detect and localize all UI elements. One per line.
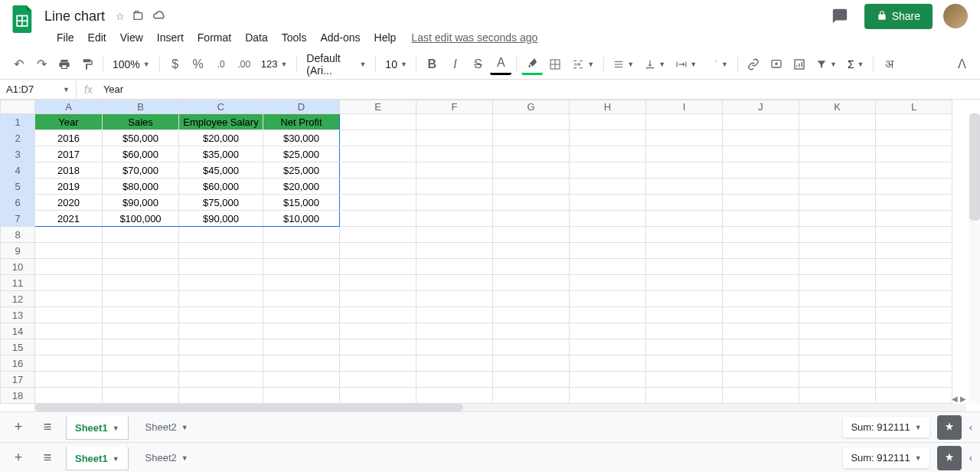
table-cell[interactable]: $25,000: [263, 146, 340, 162]
row-header-10[interactable]: 10: [1, 259, 35, 275]
filter-button[interactable]: ▼: [812, 56, 841, 73]
cell[interactable]: [179, 323, 263, 339]
cell[interactable]: [723, 146, 799, 162]
cell[interactable]: [570, 388, 646, 404]
cell[interactable]: [876, 339, 952, 355]
last-edit-link[interactable]: Last edit was seconds ago: [411, 31, 537, 44]
cell[interactable]: [103, 372, 179, 388]
cell[interactable]: [799, 162, 876, 179]
cell[interactable]: [179, 307, 263, 323]
cell[interactable]: [493, 162, 570, 179]
cell[interactable]: [340, 339, 416, 355]
cell[interactable]: [493, 372, 570, 388]
cell[interactable]: [179, 372, 263, 388]
table-cell[interactable]: $35,000: [179, 146, 263, 162]
table-cell[interactable]: $20,000: [263, 179, 340, 195]
cell[interactable]: [723, 211, 799, 227]
currency-button[interactable]: $: [165, 54, 186, 75]
row-header-12[interactable]: 12: [1, 291, 35, 307]
menu-format[interactable]: Format: [191, 28, 237, 47]
cell[interactable]: [876, 259, 952, 275]
cell[interactable]: [263, 291, 340, 307]
cell[interactable]: [646, 355, 723, 372]
cell[interactable]: [416, 211, 493, 227]
row-header-17[interactable]: 17: [1, 372, 35, 388]
spreadsheet-grid[interactable]: ABCDEFGHIJKL1YearSalesEmployee SalaryNet…: [0, 100, 952, 404]
cell[interactable]: [646, 146, 723, 162]
cell[interactable]: [493, 355, 570, 372]
cell[interactable]: [723, 179, 799, 195]
menu-tools[interactable]: Tools: [276, 28, 313, 47]
cell[interactable]: [416, 195, 493, 211]
cell[interactable]: [723, 130, 799, 146]
cell[interactable]: [723, 355, 799, 372]
cell[interactable]: [723, 243, 799, 259]
table-cell[interactable]: $60,000: [179, 179, 263, 195]
cell[interactable]: [493, 291, 570, 307]
cell[interactable]: [416, 388, 493, 404]
table-cell[interactable]: $75,000: [179, 195, 263, 211]
zoom-select[interactable]: 100%▼: [108, 55, 155, 74]
cell[interactable]: [876, 388, 952, 404]
cell[interactable]: [35, 275, 103, 291]
cell[interactable]: [493, 275, 570, 291]
cell[interactable]: [799, 227, 876, 243]
cell[interactable]: [876, 211, 952, 227]
bold-button[interactable]: B: [421, 54, 443, 75]
more-formats-button[interactable]: 123▼: [256, 55, 292, 73]
menu-addons[interactable]: Add-ons: [314, 28, 366, 47]
row-header-6[interactable]: 6: [1, 195, 35, 211]
cell[interactable]: [340, 275, 416, 291]
share-button[interactable]: Share: [864, 4, 933, 29]
table-cell[interactable]: $15,000: [263, 195, 340, 211]
cell[interactable]: [179, 275, 263, 291]
table-header[interactable]: Employee Salary: [179, 114, 263, 130]
undo-button[interactable]: ↶: [8, 54, 29, 75]
cell[interactable]: [646, 291, 723, 307]
comments-button[interactable]: [826, 2, 854, 30]
strike-button[interactable]: S: [467, 54, 488, 75]
table-cell[interactable]: 2020: [35, 195, 103, 211]
cell[interactable]: [416, 227, 493, 243]
move-icon[interactable]: [132, 9, 145, 24]
formula-input[interactable]: Year: [100, 80, 980, 98]
merge-button[interactable]: ▼: [567, 55, 599, 74]
side-panel-toggle-2[interactable]: ‹: [969, 452, 972, 464]
row-header-3[interactable]: 3: [1, 146, 35, 162]
menu-file[interactable]: File: [51, 28, 80, 47]
table-cell[interactable]: $90,000: [103, 195, 179, 211]
cell[interactable]: [570, 259, 646, 275]
sheet-nav-arrows[interactable]: ◀ ▶: [952, 395, 966, 403]
cell[interactable]: [340, 388, 416, 404]
cell[interactable]: [179, 355, 263, 372]
cell[interactable]: [416, 259, 493, 275]
cell[interactable]: [179, 243, 263, 259]
cell[interactable]: [493, 307, 570, 323]
functions-button[interactable]: Σ▼: [843, 55, 869, 74]
cell[interactable]: [263, 355, 340, 372]
all-sheets-button[interactable]: ≡: [37, 417, 58, 438]
cell[interactable]: [340, 323, 416, 339]
cell[interactable]: [646, 162, 723, 179]
cell[interactable]: [416, 130, 493, 146]
cell[interactable]: [263, 323, 340, 339]
cell[interactable]: [179, 339, 263, 355]
cell[interactable]: [646, 388, 723, 404]
cell[interactable]: [416, 323, 493, 339]
col-header-A[interactable]: A: [35, 100, 103, 114]
col-header-J[interactable]: J: [723, 100, 799, 114]
cell[interactable]: [263, 388, 340, 404]
cell[interactable]: [340, 130, 416, 146]
cell[interactable]: [416, 114, 493, 130]
table-cell[interactable]: $10,000: [263, 211, 340, 227]
row-header-13[interactable]: 13: [1, 307, 35, 323]
cell[interactable]: [35, 323, 103, 339]
row-header-11[interactable]: 11: [1, 275, 35, 291]
row-header-8[interactable]: 8: [1, 227, 35, 243]
table-cell[interactable]: $30,000: [263, 130, 340, 146]
cell[interactable]: [493, 323, 570, 339]
col-header-H[interactable]: H: [570, 100, 646, 114]
col-header-I[interactable]: I: [646, 100, 723, 114]
print-button[interactable]: [54, 54, 75, 75]
cell[interactable]: [493, 195, 570, 211]
